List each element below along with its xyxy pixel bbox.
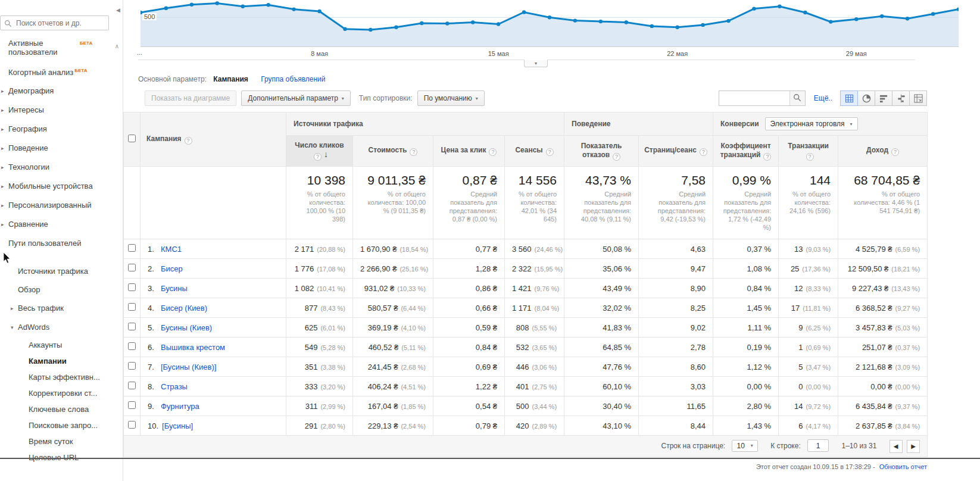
campaign-link[interactable]: Вышивка крестом [161, 343, 225, 352]
view-performance-button[interactable] [875, 90, 892, 106]
row-checkbox[interactable] [128, 303, 136, 311]
sidebar-item[interactable]: Пути пользователей [0, 234, 123, 252]
sidebar-item[interactable]: Обзор [0, 280, 123, 299]
summary-cell: 9 011,35 ₴% от общего количества: 100,00… [353, 167, 433, 239]
sidebar-item[interactable]: ▸Поведение [0, 139, 123, 158]
campaign-name-cell: 7.[Бусины (Киев)] [141, 357, 286, 377]
dimension-campaign-tab[interactable]: Кампания [213, 75, 248, 83]
sidebar-item[interactable]: ▸Сравнение [0, 215, 123, 234]
help-icon[interactable]: ? [185, 137, 192, 145]
row-checkbox[interactable] [128, 264, 136, 271]
metric-cell: 2,80 % [713, 396, 779, 416]
metric-cell: 625(6,01 %) [286, 318, 353, 338]
sidebar-item[interactable]: ▸Персонализированный [0, 196, 123, 215]
column-header[interactable]: Страниц/сеанс? [639, 136, 713, 167]
column-header[interactable]: Показатель отказов? [564, 136, 639, 167]
conversions-type-select[interactable]: Электронная торговля▾ [765, 117, 858, 130]
summary-cell: 0,99 %Средний показатель для представлен… [713, 167, 779, 239]
column-header[interactable]: Сеансы? [505, 136, 564, 167]
sidebar-item[interactable]: Активные пользователиБЕТА [0, 34, 123, 61]
advanced-search-link[interactable]: Ещё.. [814, 94, 832, 102]
help-icon[interactable]: ? [546, 148, 554, 156]
help-icon[interactable]: ? [314, 153, 322, 161]
sidebar-item[interactable]: Ключевые слова [0, 401, 123, 417]
sidebar-item[interactable]: ▾AdWords [0, 318, 123, 337]
sidebar-item[interactable]: Корректировки ст... [0, 385, 123, 401]
campaign-link[interactable]: Бусины (Киев) [161, 323, 212, 332]
next-page-button[interactable]: ▶ [907, 440, 920, 453]
row-checkbox[interactable] [128, 342, 136, 350]
metric-value: 11,65 [686, 402, 706, 411]
column-header[interactable]: Цена за клик? [433, 136, 505, 167]
help-icon[interactable]: ? [806, 153, 814, 161]
metric-value: 6 435,84 ₴ [856, 402, 892, 411]
sidebar-item[interactable]: ▸География [0, 120, 123, 139]
metric-cell: 351(3,38 %) [286, 357, 353, 377]
campaign-link[interactable]: Бисер [161, 264, 183, 273]
sidebar-item-current[interactable]: Кампании [0, 353, 123, 369]
campaign-link[interactable]: КМС1 [161, 245, 182, 254]
view-comparison-button[interactable] [892, 90, 910, 106]
column-header[interactable]: Транзакции? [779, 136, 838, 167]
sidebar-item[interactable]: ▸Мобильные устройства [0, 177, 123, 196]
view-pivot-button[interactable] [909, 90, 927, 106]
row-checkbox[interactable] [128, 283, 136, 291]
metric-value: 311 [305, 402, 318, 411]
column-header[interactable]: Число кликов?↓ [286, 136, 353, 167]
row-checkbox[interactable] [128, 244, 136, 252]
chart-collapse-handle[interactable]: ▾ [524, 60, 548, 67]
prev-page-button[interactable]: ◀ [890, 440, 903, 453]
plot-rows-button[interactable]: Показать на диаграмме [145, 90, 236, 106]
sidebar-item[interactable]: Карты эффективн... [0, 369, 123, 385]
table-search-button[interactable] [789, 91, 805, 105]
sidebar-item[interactable]: Источники трафика [0, 262, 123, 280]
campaign-link[interactable]: Бисер (Киев) [161, 304, 207, 313]
column-header[interactable]: Коэффициент транзакций? [713, 136, 779, 167]
help-icon[interactable]: ? [613, 153, 620, 161]
sidebar-item[interactable]: ▸Интересы [0, 101, 123, 120]
table-search-input[interactable] [719, 91, 789, 105]
sidebar-item[interactable]: Когортный анализБЕТА [0, 61, 123, 82]
metric-percent: (6,01 %) [320, 324, 345, 332]
metric-value: 8,60 [691, 363, 706, 371]
dimension-ad-group-link[interactable]: Группа объявлений [261, 75, 325, 83]
row-checkbox[interactable] [128, 421, 136, 429]
campaign-link[interactable]: Стразы [161, 382, 188, 391]
sidebar-item[interactable]: ▸Демография [0, 82, 123, 101]
row-checkbox[interactable] [128, 382, 136, 389]
select-all-checkbox[interactable] [128, 135, 136, 142]
campaign-link[interactable]: [Бусины (Киев)] [161, 363, 216, 371]
goto-row-input[interactable] [807, 439, 829, 452]
row-checkbox[interactable] [128, 323, 136, 330]
campaign-link[interactable]: Фурнитура [161, 402, 199, 411]
help-icon[interactable]: ? [489, 148, 497, 156]
column-header-campaign[interactable]: Кампания? [141, 113, 286, 167]
help-icon[interactable]: ? [891, 148, 899, 156]
sidebar-item[interactable]: Время суток [0, 433, 123, 449]
metric-value: 241,45 ₴ [368, 363, 398, 371]
help-icon[interactable]: ? [700, 148, 707, 156]
help-icon[interactable]: ? [410, 148, 417, 156]
rows-per-page-select[interactable]: 10 ▾ [732, 440, 757, 452]
report-search-input[interactable] [0, 15, 109, 30]
sidebar-item[interactable]: ▸Весь трафик [0, 299, 123, 318]
metric-value: 406,24 ₴ [368, 382, 398, 391]
column-header[interactable]: Доход? [838, 136, 928, 167]
sort-type-button[interactable]: По умолчанию ▾ [417, 90, 485, 106]
sidebar-collapse-button[interactable]: ◀ [115, 6, 121, 14]
view-table-button[interactable] [840, 90, 858, 106]
campaign-link[interactable]: [Бусины] [162, 421, 193, 430]
sidebar: ◀ ∧ Активные пользователиБЕТАКогортный а… [0, 0, 123, 481]
help-icon[interactable]: ? [763, 153, 771, 161]
sidebar-item[interactable]: Поисковые запро... [0, 417, 123, 433]
row-checkbox[interactable] [128, 362, 136, 370]
refresh-report-link[interactable]: Обновить отчет [879, 463, 927, 470]
view-percentage-button[interactable] [857, 90, 875, 106]
metric-cell: 369,19 ₴(4,10 %) [353, 318, 433, 338]
campaign-link[interactable]: Бусины [161, 284, 188, 293]
row-checkbox[interactable] [128, 401, 136, 409]
secondary-dimension-button[interactable]: Дополнительный параметр ▾ [241, 90, 351, 106]
sidebar-item[interactable]: Аккаунты [0, 337, 123, 353]
sidebar-item[interactable]: ▸Технологии [0, 158, 123, 177]
column-header[interactable]: Стоимость? [353, 136, 433, 167]
